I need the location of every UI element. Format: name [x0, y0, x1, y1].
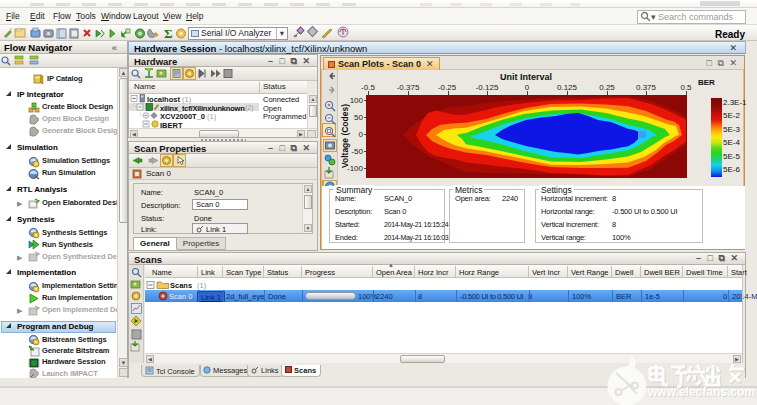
- svg-text:Σ: Σ: [164, 26, 173, 41]
- svg-text:www.elecfans.com: www.elecfans.com: [647, 385, 755, 399]
